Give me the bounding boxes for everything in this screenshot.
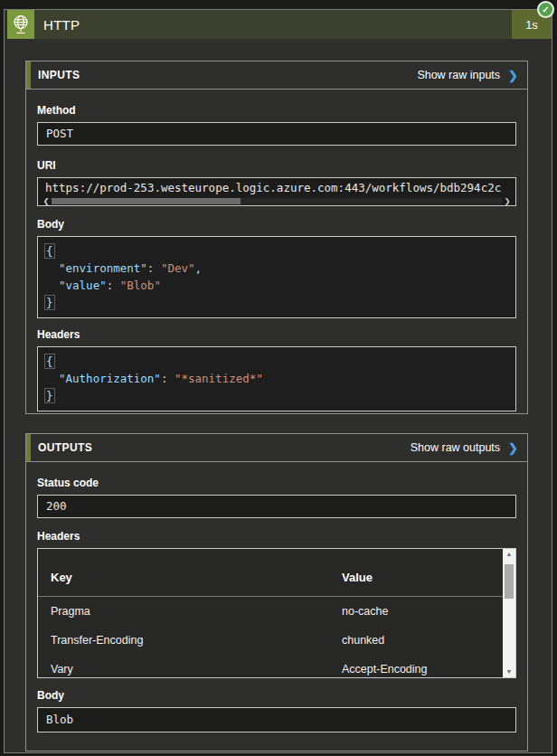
outputs-headers-label: Headers — [37, 530, 516, 543]
chevron-left-icon[interactable]: ❮ — [41, 198, 52, 205]
inputs-body-code-editor[interactable]: {"environment": "Dev","value": "Blob"} — [37, 236, 516, 318]
chevron-right-icon: ❯ — [508, 441, 518, 455]
table-row: Pragmano-cache — [38, 597, 515, 626]
inputs-accent-strip — [26, 61, 31, 89]
chevron-right-icon: ❯ — [508, 69, 518, 82]
globe-icon — [7, 10, 34, 39]
header-bar: HTTP — [34, 10, 512, 39]
check-icon: ✓ — [537, 1, 554, 18]
outputs-panel: OUTPUTS Show raw outputs ❯ Status code 2… — [25, 433, 528, 751]
scrollbar-thumb[interactable] — [52, 198, 241, 204]
vertical-scrollbar[interactable]: ▲ ▼ — [503, 549, 515, 677]
status-code-value[interactable]: 200 — [37, 495, 516, 518]
uri-value[interactable]: https://prod-253.westeurope.logic.azure.… — [37, 177, 516, 206]
table-cell: Pragma — [51, 605, 342, 618]
action-title: HTTP — [43, 17, 80, 33]
show-raw-outputs-label: Show raw outputs — [411, 441, 500, 454]
inputs-headers-code-editor[interactable]: {"Authorization": "*sanitized*"} — [37, 346, 516, 411]
column-header: Value — [342, 571, 515, 584]
show-raw-outputs-link[interactable]: Show raw outputs ❯ — [411, 441, 527, 455]
uri-text: https://prod-253.westeurope.logic.azure.… — [38, 178, 515, 197]
outputs-panel-header: OUTPUTS Show raw outputs ❯ — [26, 434, 527, 462]
http-action-card: HTTP 1s ✓ INPUTS Show raw inputs ❯ Metho… — [4, 9, 552, 753]
code-line: } — [38, 387, 515, 404]
inputs-body-label: Body — [37, 218, 516, 231]
inputs-panel-body: Method POST URI https://prod-253.westeur… — [26, 104, 527, 411]
inputs-panel-header: INPUTS Show raw inputs ❯ — [26, 61, 527, 90]
show-raw-inputs-link[interactable]: Show raw inputs ❯ — [417, 69, 527, 82]
show-raw-inputs-label: Show raw inputs — [417, 69, 500, 81]
table-cell: Accept-Encoding — [342, 663, 515, 676]
code-line: "value": "Blob" — [38, 277, 515, 294]
code-line: "environment": "Dev", — [38, 260, 515, 277]
chevron-right-icon[interactable]: ❯ — [502, 198, 513, 205]
headers-table-header: KeyValue — [38, 549, 515, 597]
action-header[interactable]: HTTP 1s ✓ — [5, 10, 552, 39]
column-header: Key — [51, 571, 342, 584]
headers-table: KeyValue Pragmano-cacheTransfer-Encoding… — [37, 548, 516, 678]
table-cell: Vary — [51, 663, 342, 676]
inputs-panel: INPUTS Show raw inputs ❯ Method POST URI… — [25, 61, 528, 414]
outputs-title: OUTPUTS — [26, 441, 92, 454]
outputs-body-label: Body — [37, 689, 516, 702]
method-label: Method — [37, 104, 516, 117]
table-cell: Transfer-Encoding — [51, 634, 342, 647]
triangle-down-icon[interactable]: ▼ — [506, 666, 513, 677]
triangle-up-icon[interactable]: ▲ — [506, 549, 513, 560]
outputs-panel-body: Status code 200 Headers KeyValue Pragman… — [26, 477, 527, 732]
outputs-body-value[interactable]: Blob — [37, 707, 516, 732]
method-value[interactable]: POST — [37, 122, 516, 146]
inputs-title: INPUTS — [26, 69, 80, 81]
table-cell: no-cache — [342, 605, 515, 618]
scrollbar-thumb[interactable] — [505, 564, 514, 599]
inputs-headers-label: Headers — [37, 328, 516, 341]
code-line: "Authorization": "*sanitized*" — [38, 370, 515, 387]
status-code-label: Status code — [37, 477, 516, 489]
horizontal-scrollbar[interactable]: ❮ ❯ — [38, 197, 515, 205]
uri-label: URI — [37, 159, 516, 172]
headers-table-rows: Pragmano-cacheTransfer-EncodingchunkedVa… — [38, 597, 515, 678]
scrollbar-track[interactable] — [52, 198, 502, 204]
table-row: Transfer-Encodingchunked — [38, 626, 515, 655]
table-row: VaryAccept-Encoding — [38, 655, 515, 678]
code-line: { — [38, 242, 515, 260]
table-cell: chunked — [342, 634, 515, 647]
code-line: } — [38, 294, 515, 311]
outputs-accent-strip — [26, 434, 31, 461]
code-line: { — [38, 353, 515, 370]
